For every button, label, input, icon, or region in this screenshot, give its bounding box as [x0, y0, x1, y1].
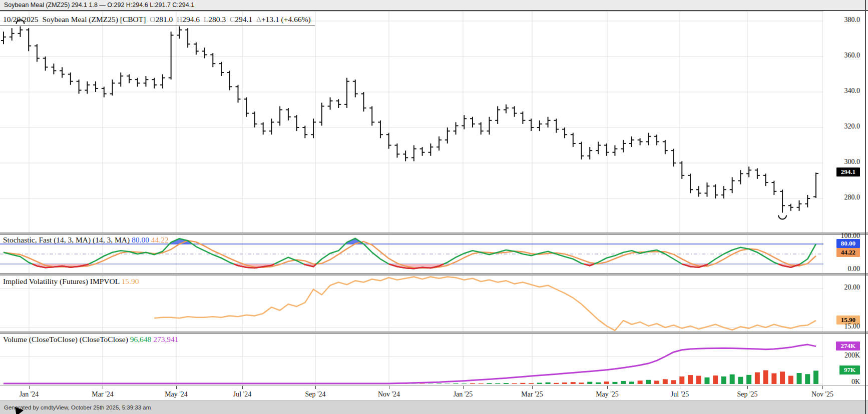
time-axis-tick: [315, 386, 316, 389]
time-axis-label: Sep '24: [305, 390, 325, 398]
delta-icon: Δ: [256, 15, 261, 24]
high-value: 294.6: [182, 15, 200, 24]
time-axis-tick: [176, 386, 177, 389]
low-value: 280.3: [208, 15, 226, 24]
open-value: 281.0: [155, 15, 173, 24]
stochastic-k-value: 80.00: [132, 236, 149, 244]
time-axis[interactable]: Jan '24Mar '24May '24Jul '24Sep '24Nov '…: [0, 386, 868, 400]
stochastic-panel-title: Stochastic, Fast (14, 3, MA) (14, 3, MA)…: [3, 236, 169, 244]
info-date: 10/20/2025: [3, 15, 39, 24]
time-axis-tick: [747, 386, 748, 389]
axis-tick-label: 280.0: [844, 194, 860, 202]
time-axis-label: Jan '24: [20, 390, 39, 398]
time-axis-label: Jul '24: [233, 390, 251, 398]
implied-vol-panel-title: Implied Volatility (Futures) IMPVOL 15.9…: [3, 277, 139, 286]
axis-value-badge: 97K: [839, 366, 860, 374]
time-axis-tick: [822, 386, 823, 389]
time-axis-tick: [389, 386, 389, 389]
time-axis-label: Jul '25: [671, 390, 689, 398]
info-instrument: Soybean Meal (ZMZ25) [CBOT]: [42, 15, 146, 24]
time-axis-label: Mar '24: [92, 390, 113, 398]
panel-divider[interactable]: [0, 332, 868, 334]
ohlc-info-box: 10/20/2025 Soybean Meal (ZMZ25) [CBOT] O…: [0, 14, 315, 26]
time-axis-label: May '24: [165, 390, 188, 398]
window-title-bar: Soybean Meal (ZMZ25) 294.1 1.8 — O:292 H…: [0, 0, 868, 11]
axis-tick-label: 15.00: [844, 322, 860, 330]
price-panel-canvas[interactable]: [0, 11, 823, 232]
time-axis-label: May '25: [596, 390, 619, 398]
axis-tick-label: 340.0: [844, 87, 860, 95]
axis-tick-label: 300.0: [844, 158, 860, 166]
axis-tick-label: 0.00: [848, 265, 860, 273]
volume-panel-title: Volume (CloseToClose) (CloseToClose) 96,…: [3, 335, 179, 344]
time-axis-tick: [680, 386, 680, 389]
open-interest-value: 273,941: [153, 335, 178, 344]
axis-tick-label: 0K: [851, 378, 860, 386]
time-axis-label: Nov '25: [811, 390, 833, 398]
axis-value-badge: 274K: [836, 342, 860, 350]
footer-bar: Generated by cmdtyView, October 25th 202…: [0, 400, 868, 414]
window-title: Soybean Meal (ZMZ25) 294.1 1.8 — O:292 H…: [4, 2, 194, 8]
axis-tick-label: 200K: [844, 352, 860, 360]
delta-value: +13.1 (+4.66%): [261, 15, 311, 24]
axis-value-badge: 80.00: [836, 239, 860, 248]
implied-vol-value: 15.90: [122, 277, 139, 286]
close-value: 294.1: [235, 15, 252, 24]
time-axis-tick: [242, 386, 243, 389]
time-axis-tick: [607, 386, 608, 389]
axis-value-badge: 294.1: [836, 168, 860, 176]
stochastic-d-value: 44.22: [151, 236, 169, 244]
panel-divider[interactable]: [0, 273, 868, 276]
time-axis-tick: [463, 386, 464, 389]
axis-tick-label: 320.0: [844, 122, 860, 130]
window-right-border: [865, 0, 866, 414]
right-price-axis[interactable]: 380.0360.0340.0320.0300.0294.1280.0100.0…: [823, 0, 866, 414]
time-axis-label: Nov '24: [378, 390, 400, 398]
panel-divider[interactable]: [0, 232, 868, 235]
axis-value-badge: 44.22: [836, 248, 860, 257]
time-axis-tick: [103, 386, 103, 389]
axis-tick-label: 20.00: [844, 284, 860, 292]
low-label: L: [204, 15, 208, 24]
cmdtyview-chart-window: Soybean Meal (ZMZ25) 294.1 1.8 — O:292 H…: [0, 0, 868, 414]
time-axis-label: Sep '25: [737, 390, 757, 398]
open-label: O: [150, 15, 155, 24]
axis-tick-label: 360.0: [844, 52, 860, 60]
generated-by-text: Generated by cmdtyView, October 25th 202…: [4, 404, 151, 410]
volume-value: 96,648: [130, 335, 152, 344]
close-label: C: [230, 15, 235, 24]
high-label: H: [177, 15, 182, 24]
time-axis-tick: [532, 386, 533, 389]
axis-tick-label: 380.0: [844, 16, 860, 24]
time-axis-label: Jan '25: [454, 390, 473, 398]
time-axis-label: Mar '25: [521, 390, 543, 398]
time-axis-tick: [29, 386, 30, 389]
